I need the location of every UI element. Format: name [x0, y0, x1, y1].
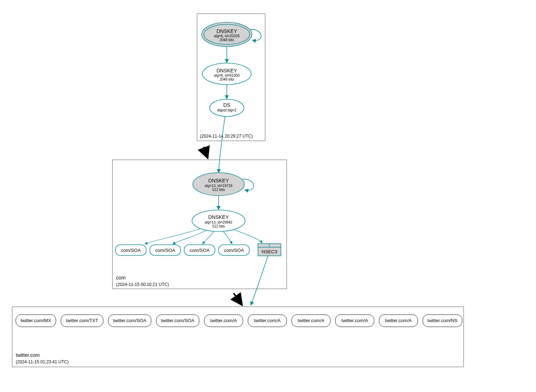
leaf-rr-6: twitter.com/A: [292, 315, 330, 327]
root-ds-title: DS: [223, 102, 230, 108]
svg-text:twitter.com/A: twitter.com/A: [298, 318, 325, 323]
com-zsk-title: DNSKEY: [208, 214, 229, 220]
leaf-rr-7: twitter.com/A: [335, 315, 374, 327]
com-zsk-sub1: alg=13, id=29942: [205, 220, 233, 224]
root-ksk-node: DNSKEY alg=8, id=20326 2048 bits: [202, 22, 252, 47]
com-zsk-node: DNSKEY alg=13, id=29942 512 bits: [192, 210, 245, 231]
leaf-rr-4: twitter.com/A: [204, 315, 243, 327]
svg-text:twitter.com/SOA: twitter.com/SOA: [161, 318, 195, 323]
edge-com-zsk-soa2: [202, 231, 214, 244]
edge-delegation-root-com: [204, 147, 208, 158]
edge-com-zsk-nsec3: [233, 229, 262, 243]
com-soa-3: com/SOA: [219, 245, 249, 255]
svg-text:com/SOA: com/SOA: [224, 248, 244, 253]
com-ksk-sub2: 512 bits: [212, 188, 225, 192]
edge-ds-com-ksk: [219, 116, 225, 173]
svg-text:twitter.com/A: twitter.com/A: [341, 318, 368, 323]
leaf-rr-3: twitter.com/SOA: [156, 315, 199, 327]
leaf-rr-9: twitter.com/NS: [423, 315, 462, 327]
dnssec-diagram: . (2024-11-14 20:29:27 UTC) DNSKEY alg=8…: [7, 7, 536, 392]
leaf-rr-8: twitter.com/A: [379, 315, 418, 327]
com-ksk-sub1: alg=13, id=19718: [205, 184, 233, 188]
zone-leaf-title: twitter.com: [16, 352, 40, 358]
svg-text:twitter.com/A: twitter.com/A: [210, 318, 237, 323]
edge-delegation-com-leaf: [234, 293, 242, 305]
root-zsk-node: DNSKEY alg=8, id=61050 2048 bits: [202, 63, 251, 85]
zone-com: com (2024-11-15 00:10:21 UTC) DNSKEY alg…: [113, 116, 287, 289]
svg-text:com/SOA: com/SOA: [155, 248, 175, 253]
leaf-rr-2: twitter.com/SOA: [108, 315, 151, 327]
zone-com-time: (2024-11-15 00:10:21 UTC): [116, 282, 169, 287]
zone-leaf-time: (2024-11-15 01:23:41 UTC): [16, 359, 68, 364]
leaf-rr-5: twitter.com/A: [248, 315, 287, 327]
com-zsk-sub2: 512 bits: [212, 224, 225, 228]
edge-com-zsk-soa1: [173, 230, 207, 244]
svg-text:twitter.com/SOA: twitter.com/SOA: [113, 318, 147, 323]
root-ksk-title: DNSKEY: [216, 28, 237, 34]
root-ksk-sub1: alg=8, id=20326: [214, 34, 240, 38]
com-nsec3: NSEC3: [258, 244, 281, 256]
svg-text:twitter.com/MX: twitter.com/MX: [20, 318, 51, 323]
com-soa-0: com/SOA: [115, 245, 146, 255]
svg-text:com/SOA: com/SOA: [121, 248, 141, 253]
svg-text:twitter.com/A: twitter.com/A: [385, 318, 412, 323]
root-zsk-title: DNSKEY: [216, 68, 237, 73]
zone-root: . (2024-11-14 20:29:27 UTC) DNSKEY alg=8…: [197, 14, 265, 141]
root-ds-sub: digest alg=2: [217, 108, 237, 112]
zone-root-time: (2024-11-14 20:29:27 UTC): [200, 134, 253, 139]
root-ksk-sub2: 2048 bits: [220, 38, 234, 42]
com-ksk-title: DNSKEY: [208, 178, 229, 183]
svg-text:com/SOA: com/SOA: [190, 248, 210, 253]
svg-text:twitter.com/NS: twitter.com/NS: [427, 318, 458, 323]
edge-nsec3-leaf: [251, 256, 268, 305]
leaf-rr-1: twitter.com/TXT: [61, 315, 103, 327]
root-zsk-sub1: alg=8, id=61050: [214, 73, 240, 77]
com-soa-2: com/SOA: [184, 245, 215, 255]
svg-text:twitter.com/A: twitter.com/A: [254, 318, 281, 323]
com-ksk-node: DNSKEY alg=13, id=19718 512 bits: [193, 173, 244, 196]
zone-leaf: twitter.com (2024-11-15 01:23:41 UTC) tw…: [12, 256, 464, 367]
svg-text:twitter.com/TXT: twitter.com/TXT: [66, 318, 98, 323]
com-soa-1: com/SOA: [150, 245, 181, 255]
root-ds-node: DS digest alg=2: [210, 99, 244, 116]
zone-root-title: .: [200, 126, 201, 132]
root-zsk-sub2: 2048 bits: [220, 77, 234, 81]
edge-com-zsk-soa3: [223, 231, 232, 244]
zone-com-title: com: [116, 275, 125, 281]
leaf-rr-0: twitter.com/MX: [16, 315, 56, 327]
svg-text:NSEC3: NSEC3: [262, 249, 277, 254]
